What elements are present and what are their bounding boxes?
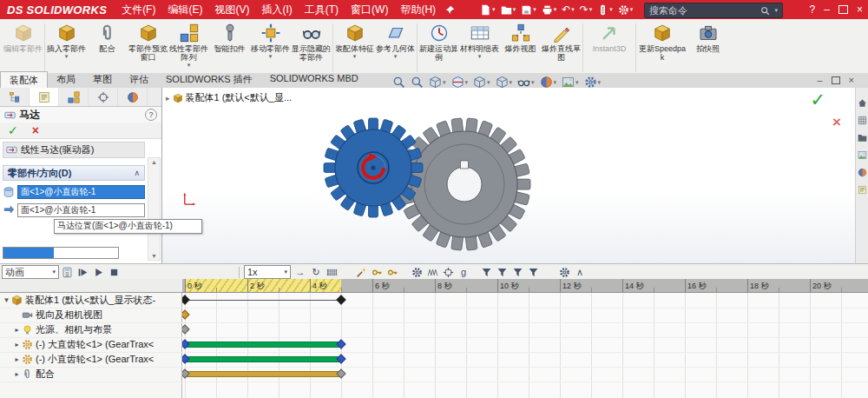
playback-speed-combo[interactable]: 1x▾ (244, 265, 291, 279)
ribbon-button-2[interactable]: 配合 (87, 21, 128, 53)
motor-location-field[interactable]: 面<1>@小直齿轮-1 (17, 185, 145, 199)
ribbon-button-14[interactable]: Instant3D (584, 21, 635, 53)
timeline-bar[interactable] (185, 342, 341, 348)
play-button[interactable] (90, 265, 106, 279)
section-view-button[interactable]: ▾ (451, 76, 469, 89)
filter-animated-button[interactable] (478, 265, 494, 279)
commandmanager-tab-2[interactable]: 草图 (84, 71, 121, 88)
playback-mode-button[interactable]: → (293, 265, 308, 279)
menu-item-0[interactable]: 文件(F) (115, 2, 161, 18)
new-document-button[interactable]: ▾ (480, 4, 496, 16)
scroll-down-arrow[interactable]: ▼ (148, 253, 160, 259)
cancel-x-icon[interactable]: × (832, 114, 841, 131)
loop-button[interactable]: ↻ (308, 265, 324, 279)
menu-item-3[interactable]: 插入(I) (255, 2, 298, 18)
motor-type-row[interactable]: 线性马达(驱动器) (3, 142, 145, 158)
featuremanager-tab[interactable] (0, 88, 30, 106)
play-from-start-button[interactable] (75, 265, 90, 279)
open-button[interactable]: ▾ (501, 4, 516, 16)
ok-button[interactable]: ✓ (8, 123, 18, 137)
dimxpertmanager-tab[interactable] (89, 88, 118, 106)
menu-item-5[interactable]: 窗口(W) (345, 2, 394, 18)
configurationmanager-tab[interactable] (59, 88, 89, 106)
doc-close-button[interactable]: × (849, 75, 854, 85)
print-button[interactable]: ▾ (542, 4, 557, 16)
autokey-button[interactable] (369, 265, 385, 279)
menu-item-1[interactable]: 编辑(E) (161, 2, 208, 18)
zoom-fit-button[interactable] (392, 76, 405, 89)
ribbon-button-5[interactable]: 智能扣件 (209, 21, 250, 53)
ribbon-button-0[interactable]: 编辑零部件 (3, 21, 43, 53)
expand-arrow-icon[interactable]: ▸ (12, 341, 22, 348)
flyout-expand-icon[interactable]: ▸ (166, 94, 170, 103)
expand-arrow-icon[interactable]: ▸ (12, 370, 22, 378)
custom-properties-button[interactable] (858, 185, 867, 195)
add-update-key-button[interactable] (385, 265, 400, 279)
display-style-button[interactable]: ▾ (496, 76, 513, 89)
hide-show-items-button[interactable]: ▾ (517, 76, 535, 89)
timeline-bar[interactable] (185, 371, 341, 377)
commandmanager-tab-5[interactable]: SOLIDWORKS MBD (261, 71, 367, 88)
timeline-ruler[interactable]: 0 秒2 秒4 秒6 秒8 秒10 秒12 秒14 秒16 秒18 秒20 秒 (182, 279, 868, 293)
save-button[interactable]: ▾ (521, 4, 536, 16)
edit-appearance-button[interactable]: ▾ (540, 76, 557, 89)
motor-direction-field[interactable]: 面<1>@小直齿轮-1 (17, 203, 145, 217)
minimize-button[interactable]: – (824, 3, 830, 16)
displaymanager-tab[interactable] (118, 88, 148, 106)
appearances-button[interactable] (858, 168, 867, 177)
options-button[interactable]: ▾ (618, 4, 634, 16)
close-button[interactable]: × (857, 3, 863, 16)
help-button[interactable]: ? (810, 3, 816, 16)
motion-tree-row-4[interactable]: ▸(-) 小直齿轮<1> (GearTrax< (0, 352, 181, 367)
motion-tree-row-5[interactable]: ▸配合 (0, 367, 181, 381)
ribbon-button-6[interactable]: 移动零部件▾ (250, 21, 291, 60)
view-orientation-button[interactable]: ▾ (473, 76, 490, 89)
ribbon-button-12[interactable]: 爆炸视图 (500, 21, 541, 53)
ribbon-button-9[interactable]: 参考几何体▾ (375, 21, 416, 60)
timeline-bar[interactable] (185, 356, 341, 362)
motor-button[interactable] (409, 265, 424, 279)
search-commands-box[interactable]: 搜索命令 ▾ (644, 3, 783, 18)
calculate-button[interactable] (59, 265, 75, 279)
filter-results-button[interactable] (525, 265, 541, 279)
scroll-up-arrow[interactable]: ▲ (148, 159, 160, 165)
previous-view-button[interactable]: ▾ (429, 76, 446, 89)
ribbon-button-16[interactable]: 拍快照 (687, 21, 728, 53)
redo-button[interactable]: ↷▾ (580, 4, 593, 15)
key-diamond[interactable] (336, 295, 345, 304)
contact-button[interactable] (440, 265, 456, 279)
motion-tree-row-3[interactable]: ▸(-) 大直齿轮<1> (GearTrax< (0, 337, 181, 352)
ribbon-button-4[interactable]: 线性零部件阵列▾ (168, 21, 209, 69)
stop-button[interactable] (106, 265, 122, 279)
save-animation-button[interactable] (324, 265, 339, 279)
feature-tree-flyout[interactable]: ▸ 装配体1 (默认<默认_显... (166, 91, 292, 104)
group-header-component-direction[interactable]: 零部件/方向(D) ∧ (3, 165, 145, 181)
ribbon-button-10[interactable]: 新建运动算例 (418, 21, 459, 62)
commandmanager-tab-3[interactable]: 评估 (121, 71, 157, 88)
cancel-button[interactable]: × (32, 123, 39, 137)
ribbon-button-15[interactable]: 更新Speedpak (637, 21, 687, 62)
propertymanager-tab[interactable] (30, 88, 59, 106)
apply-scene-button[interactable]: ▾ (562, 76, 579, 89)
filter-driving-button[interactable] (494, 265, 510, 279)
file-explorer-button[interactable] (858, 133, 867, 143)
doc-restore-button[interactable] (832, 76, 840, 84)
motion-study-properties-button[interactable] (556, 265, 572, 279)
rebuild-button[interactable]: ▾ (597, 4, 613, 16)
graphics-area[interactable]: ▸ 装配体1 (默认<默认_显... ✓ × (161, 88, 855, 263)
ribbon-button-13[interactable]: 爆炸直线草图 (541, 21, 582, 62)
menu-item-2[interactable]: 视图(V) (208, 2, 255, 18)
help-icon[interactable]: ? (145, 109, 157, 121)
view-settings-button[interactable]: ▾ (584, 76, 602, 89)
spring-button[interactable] (424, 265, 440, 279)
expand-arrow-icon[interactable]: ▸ (12, 326, 22, 334)
zoom-to-area-button[interactable] (411, 76, 424, 89)
gravity-button[interactable]: g (456, 265, 471, 279)
undo-button[interactable]: ↶▾ (562, 4, 575, 15)
ribbon-button-8[interactable]: 装配体特征▾ (334, 21, 375, 60)
search-caret-icon[interactable]: ▾ (774, 7, 778, 14)
expand-arrow-icon[interactable]: ▸ (12, 355, 22, 363)
restore-button[interactable] (838, 5, 848, 14)
solidworks-resources-button[interactable] (858, 98, 867, 108)
reverse-direction-icon[interactable] (3, 204, 15, 216)
